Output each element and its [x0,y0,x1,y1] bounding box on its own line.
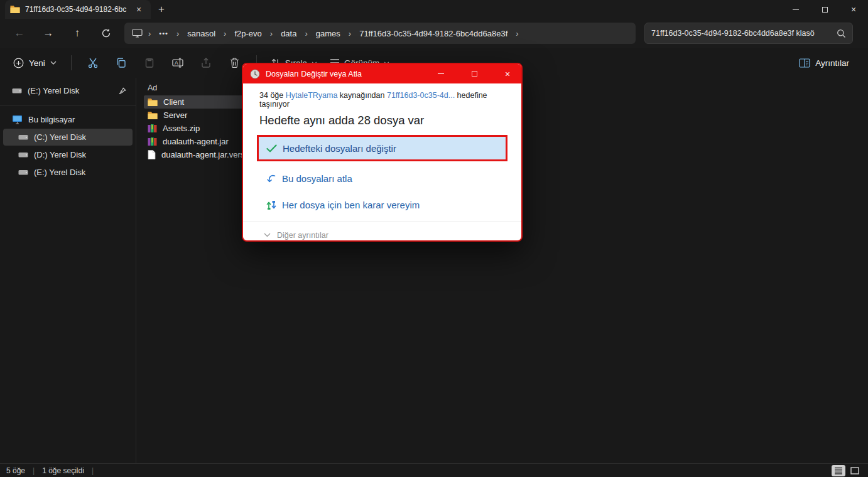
option-label: Hedefteki dosyaları değiştir [283,143,396,154]
breadcrumb-ellipsis[interactable]: ••• [156,28,171,38]
file-operation-clock-icon [250,69,260,79]
status-bar: 5 öğe | 1 öğe seçildi | [0,463,868,477]
winrar-archive-icon [148,124,157,133]
sidebar-item-label: Bu bilgisayar [28,115,75,124]
status-divider: | [33,466,35,475]
search-icon[interactable] [837,29,846,38]
cut-button[interactable] [79,51,107,74]
trash-icon [229,57,240,68]
chevron-down-icon [50,61,57,65]
minimize-button[interactable] [781,0,810,19]
message-text: kaynağından [337,91,387,100]
column-header-name[interactable]: Ad ^ [144,80,249,95]
sidebar-item-label: (C:) Yerel Disk [34,132,86,142]
drive-icon [18,152,28,158]
sidebar-item-this-pc[interactable]: Bu bilgisayar [3,111,133,128]
file-name: Client [163,97,184,107]
dialog-body: 34 öğe HytaleTRyama kaynağından 71ff16d3… [243,91,521,242]
status-divider: | [92,466,94,475]
file-name: Assets.zip [163,124,200,133]
item-count: 5 öğe [6,466,25,475]
paste-button[interactable] [136,51,164,74]
breadcrumb-chevron: › [148,29,151,38]
navigation-bar: ← → ↑ › ••• › sanasol › f2p-evo › data ›… [0,19,868,48]
pin-icon [119,87,126,95]
dialog-heading: Hedefte aynı adda 28 dosya var [259,114,505,127]
rename-button[interactable]: A [164,51,192,74]
breadcrumb-item[interactable]: games [313,28,343,40]
icons-view-icon [850,467,859,474]
file-name: Server [163,110,187,120]
chevron-down-icon [264,233,271,237]
close-button[interactable]: × [839,0,868,19]
breadcrumb-item[interactable]: f2p-evo [232,28,264,40]
dialog-minimize-button[interactable] [427,64,455,83]
search-input[interactable] [651,29,837,38]
rename-icon: A [171,57,184,68]
share-icon [200,57,212,68]
back-button[interactable]: ← [5,22,34,45]
forward-button[interactable]: → [34,22,63,45]
window-titlebar: 71ff16d3-0c35-4d94-9182-6bc × + × [0,0,868,19]
drive-icon [12,88,22,94]
minimize-icon [438,73,444,74]
icons-view-toggle[interactable] [848,465,862,476]
drive-icon [18,134,28,141]
highlight-annotation-box: Hedefteki dosyaları değiştir [257,135,507,161]
explorer-tab[interactable]: 71ff16d3-0c35-4d94-9182-6bc × [5,0,151,19]
scissors-icon [87,57,99,68]
breadcrumb-chevron: › [516,29,518,38]
sidebar-item-pinned-drive-e[interactable]: (E:) Yerel Disk [3,82,133,99]
share-button[interactable] [192,51,220,74]
selected-count: 1 öğe seçildi [42,466,84,475]
details-pane-button[interactable]: Ayrıntılar [791,51,857,74]
dialog-maximize-button[interactable] [460,64,488,83]
breadcrumb-item-current[interactable]: 71ff16d3-0c35-4d94-9182-6bc4dd6a8e3f [357,28,510,40]
breadcrumb-item[interactable]: sanasol [185,28,218,40]
check-icon [266,144,277,153]
sidebar-item-label: (E:) Yerel Disk [28,86,79,95]
breadcrumb-chevron: › [349,29,351,38]
maximize-button[interactable] [810,0,839,19]
winrar-archive-icon [148,137,157,146]
option-label: Her dosya için ben karar vereyim [282,200,420,210]
dialog-close-button[interactable]: × [494,64,521,83]
new-tab-button[interactable]: + [151,1,172,18]
copy-button[interactable] [107,51,136,74]
new-button-label: Yeni [29,58,45,68]
breadcrumb-item[interactable]: data [278,28,299,40]
decide-each-icon [266,200,276,210]
sidebar-item-drive-d[interactable]: (D:) Yerel Disk [3,146,133,163]
breadcrumb-chevron: › [305,29,307,38]
search-box[interactable] [644,23,853,44]
replace-or-skip-dialog: Dosyaları Değiştir veya Atla × 34 öğe Hy… [242,63,523,242]
skip-arrow-icon [266,174,276,183]
option-skip-files[interactable]: Bu dosyaları atla [259,169,505,188]
dialog-message: 34 öğe HytaleTRyama kaynağından 71ff16d3… [259,91,505,109]
address-bar[interactable]: › ••• › sanasol › f2p-evo › data › games… [124,23,636,44]
sidebar-item-label: (D:) Yerel Disk [34,150,86,159]
more-details-expander[interactable]: Diğer ayrıntılar [259,222,505,242]
tab-close-icon[interactable]: × [132,3,146,16]
sidebar-item-drive-e[interactable]: (E:) Yerel Disk [3,164,133,181]
this-pc-icon [132,29,143,38]
paste-icon [144,57,155,68]
details-view-toggle[interactable] [832,465,845,476]
option-decide-each[interactable]: Her dosya için ben karar vereyim [259,196,505,214]
folder-icon [148,98,158,107]
toolbar-separator [71,55,72,70]
option-replace-files[interactable]: Hedefteki dosyaları değiştir [259,137,506,159]
more-details-label: Diğer ayrıntılar [277,231,328,240]
copy-icon [116,57,127,68]
source-folder-link[interactable]: HytaleTRyama [286,91,338,100]
maximize-icon [822,7,828,13]
up-button[interactable]: ↑ [63,22,92,45]
refresh-button[interactable] [92,22,121,45]
destination-folder-link[interactable]: 71ff16d3-0c35-4d... [387,91,455,100]
new-button[interactable]: Yeni [6,51,63,74]
maximize-icon [472,71,477,77]
text-file-icon [148,150,156,159]
dialog-title: Dosyaları Değiştir veya Atla [266,70,421,78]
sidebar-item-drive-c[interactable]: (C:) Yerel Disk [3,129,133,146]
refresh-icon [101,28,111,38]
